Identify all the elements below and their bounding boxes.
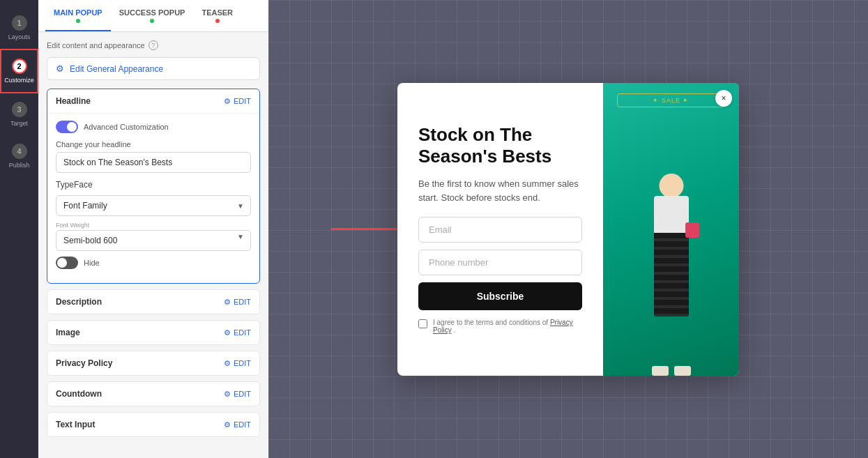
font-weight-wrapper: Font Weight Semi-bold 600 ▼ [56,222,251,251]
nav-item-customize[interactable]: 2 Customize [0,49,38,93]
gear-textinput-icon: ⚙ [224,420,231,429]
person-pants [654,233,689,316]
image-title: Image [56,328,80,337]
font-family-wrapper: Font Family ▼ [56,195,251,216]
hide-label: Hide [84,259,100,267]
font-family-select[interactable]: Font Family [56,195,251,216]
gear-countdown-icon: ⚙ [224,390,231,399]
description-section: Description ⚙ EDIT [47,289,260,314]
nav-number-publish: 4 [12,144,27,159]
description-title: Description [56,297,102,307]
canvas: Stock on The Season's Bests Be the first… [268,0,868,458]
person-figure [630,167,713,376]
nav-label-layouts: Layouts [8,33,31,40]
headline-section: Headline ⚙ EDIT Advanced Customization C… [47,89,260,284]
privacy-policy-section-header[interactable]: Privacy Policy ⚙ EDIT [47,351,259,375]
text-input-section-header[interactable]: Text Input ⚙ EDIT [47,413,259,436]
headline-edit-button[interactable]: ⚙ EDIT [224,97,251,106]
info-icon: ? [149,40,158,50]
popup-description: Be the first to know when summer sales s… [418,177,582,204]
gear-image-icon: ⚙ [224,328,231,337]
person-left-shoe [652,366,669,376]
hide-toggle[interactable] [56,257,78,269]
person-head [659,174,683,198]
general-appearance-button[interactable]: ⚙ Edit General Appearance [47,57,260,80]
popup-left-panel: Stock on The Season's Bests Be the first… [397,83,603,376]
text-input-edit-button[interactable]: ⚙ EDIT [224,420,251,429]
privacy-policy-section: Privacy Policy ⚙ EDIT [47,351,260,376]
advanced-customization-toggle[interactable] [56,121,78,133]
font-weight-select[interactable]: Semi-bold 600 [56,230,251,251]
privacy-policy-edit-button[interactable]: ⚙ EDIT [224,359,251,368]
headline-title: Headline [56,96,91,106]
countdown-section: Countdown ⚙ EDIT [47,381,260,406]
headline-input[interactable] [56,152,251,173]
popup-privacy-text: I agree to the terms and conditions of P… [433,319,582,334]
nav-item-target[interactable]: 3 Target [0,93,38,135]
image-section-header[interactable]: Image ⚙ EDIT [47,321,259,344]
countdown-section-header[interactable]: Countdown ⚙ EDIT [47,382,259,406]
nav-number-layouts: 1 [12,15,27,31]
popup-phone-input[interactable] [418,250,582,275]
popup-privacy-row: I agree to the terms and conditions of P… [418,319,582,334]
tab-main-popup[interactable]: MAIN POPUP [45,0,111,31]
customize-panel: MAIN POPUP SUCCESS POPUP TEASER Edit con… [38,0,268,458]
popup-image-bg: ✦ SALE ✦ [603,83,739,376]
nav-number-target: 3 [12,102,27,117]
gear-icon: ⚙ [56,63,64,74]
advanced-customization-row: Advanced Customization [56,121,251,133]
headline-section-header[interactable]: Headline ⚙ EDIT [47,89,259,113]
nav-number-customize: 2 [12,59,27,74]
popup-privacy-checkbox[interactable] [418,319,427,328]
hide-row: Hide [56,257,251,269]
success-popup-dot [150,19,154,23]
tabs-bar: MAIN POPUP SUCCESS POPUP TEASER [38,0,268,32]
main-popup-dot [76,19,80,23]
gear-desc-icon: ⚙ [224,298,231,307]
tab-teaser[interactable]: TEASER [193,0,241,31]
neon-sign-decoration: ✦ SALE ✦ [617,93,726,107]
nav-sidebar: 1 Layouts 2 Customize 3 Target 4 Publish [0,0,38,458]
popup-headline: Stock on The Season's Bests [418,124,582,167]
font-weight-section-label: Font Weight [56,222,251,229]
advanced-customization-label: Advanced Customization [84,123,169,131]
text-input-title: Text Input [56,420,95,429]
edit-content-label: Edit content and appearance ? [47,40,260,50]
headline-section-content: Advanced Customization Change your headl… [47,113,259,283]
image-section: Image ⚙ EDIT [47,320,260,345]
person-torso [654,196,689,234]
popup-right-image: × ✦ SALE ✦ [603,83,739,376]
gear-privacy-icon: ⚙ [224,359,231,368]
popup-preview: Stock on The Season's Bests Be the first… [397,83,739,376]
description-section-header[interactable]: Description ⚙ EDIT [47,290,259,314]
image-edit-button[interactable]: ⚙ EDIT [224,328,251,337]
popup-subscribe-button[interactable]: Subscribe [418,282,582,310]
nav-item-publish[interactable]: 4 Publish [0,135,38,177]
popup-email-input[interactable] [418,217,582,243]
description-edit-button[interactable]: ⚙ EDIT [224,298,251,307]
privacy-policy-title: Privacy Policy [56,358,112,368]
gear-edit-icon: ⚙ [224,97,231,106]
nav-label-target: Target [10,120,28,127]
countdown-edit-button[interactable]: ⚙ EDIT [224,390,251,399]
countdown-title: Countdown [56,389,102,399]
nav-item-layouts[interactable]: 1 Layouts [0,7,38,49]
tab-success-popup[interactable]: SUCCESS POPUP [111,0,194,31]
neon-text: ✦ SALE ✦ [617,93,726,107]
popup-close-button[interactable]: × [715,90,732,107]
text-input-section: Text Input ⚙ EDIT [47,412,260,437]
typeface-label: TypeFace [56,180,251,190]
person-right-shoe [674,366,691,376]
change-headline-label: Change your headline [56,140,251,148]
nav-label-publish: Publish [9,162,30,169]
nav-label-customize: Customize [4,77,34,84]
person-bag [685,222,699,238]
panel-body: Edit content and appearance ? ⚙ Edit Gen… [38,32,268,458]
teaser-dot [215,19,220,23]
